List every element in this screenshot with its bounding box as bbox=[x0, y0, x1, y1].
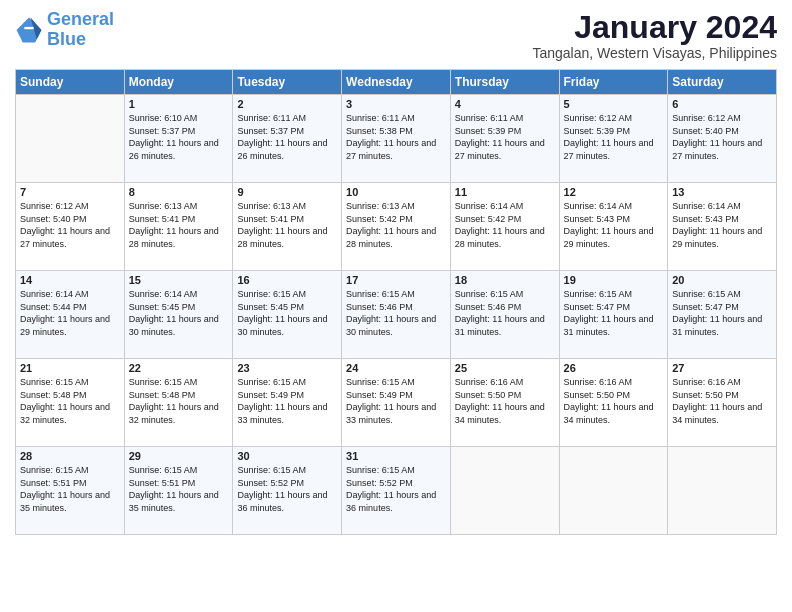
calendar-cell: 10 Sunrise: 6:13 AMSunset: 5:42 PMDaylig… bbox=[342, 183, 451, 271]
cell-detail: Sunrise: 6:15 AMSunset: 5:45 PMDaylight:… bbox=[237, 288, 337, 338]
cell-detail: Sunrise: 6:14 AMSunset: 5:45 PMDaylight:… bbox=[129, 288, 229, 338]
cell-detail: Sunrise: 6:14 AMSunset: 5:43 PMDaylight:… bbox=[564, 200, 664, 250]
calendar-cell: 17 Sunrise: 6:15 AMSunset: 5:46 PMDaylig… bbox=[342, 271, 451, 359]
calendar-cell: 1 Sunrise: 6:10 AMSunset: 5:37 PMDayligh… bbox=[124, 95, 233, 183]
calendar-cell: 12 Sunrise: 6:14 AMSunset: 5:43 PMDaylig… bbox=[559, 183, 668, 271]
calendar-cell: 25 Sunrise: 6:16 AMSunset: 5:50 PMDaylig… bbox=[450, 359, 559, 447]
logo-icon bbox=[15, 16, 43, 44]
cell-detail: Sunrise: 6:15 AMSunset: 5:48 PMDaylight:… bbox=[129, 376, 229, 426]
day-number: 26 bbox=[564, 362, 664, 374]
subtitle: Tangalan, Western Visayas, Philippines bbox=[532, 45, 777, 61]
cell-detail: Sunrise: 6:15 AMSunset: 5:47 PMDaylight:… bbox=[672, 288, 772, 338]
day-number: 17 bbox=[346, 274, 446, 286]
cell-detail: Sunrise: 6:16 AMSunset: 5:50 PMDaylight:… bbox=[564, 376, 664, 426]
day-number: 19 bbox=[564, 274, 664, 286]
cell-detail: Sunrise: 6:15 AMSunset: 5:51 PMDaylight:… bbox=[129, 464, 229, 514]
cell-detail: Sunrise: 6:15 AMSunset: 5:47 PMDaylight:… bbox=[564, 288, 664, 338]
calendar-cell: 9 Sunrise: 6:13 AMSunset: 5:41 PMDayligh… bbox=[233, 183, 342, 271]
day-number: 14 bbox=[20, 274, 120, 286]
day-number: 28 bbox=[20, 450, 120, 462]
calendar-week-row: 28 Sunrise: 6:15 AMSunset: 5:51 PMDaylig… bbox=[16, 447, 777, 535]
cell-detail: Sunrise: 6:10 AMSunset: 5:37 PMDaylight:… bbox=[129, 112, 229, 162]
cell-detail: Sunrise: 6:16 AMSunset: 5:50 PMDaylight:… bbox=[455, 376, 555, 426]
month-title: January 2024 bbox=[532, 10, 777, 45]
calendar-cell: 22 Sunrise: 6:15 AMSunset: 5:48 PMDaylig… bbox=[124, 359, 233, 447]
title-block: January 2024 Tangalan, Western Visayas, … bbox=[532, 10, 777, 61]
weekday-header: Friday bbox=[559, 70, 668, 95]
cell-detail: Sunrise: 6:15 AMSunset: 5:46 PMDaylight:… bbox=[346, 288, 446, 338]
day-number: 18 bbox=[455, 274, 555, 286]
calendar-cell: 13 Sunrise: 6:14 AMSunset: 5:43 PMDaylig… bbox=[668, 183, 777, 271]
calendar-cell: 5 Sunrise: 6:12 AMSunset: 5:39 PMDayligh… bbox=[559, 95, 668, 183]
cell-detail: Sunrise: 6:15 AMSunset: 5:46 PMDaylight:… bbox=[455, 288, 555, 338]
day-number: 10 bbox=[346, 186, 446, 198]
svg-rect-2 bbox=[24, 27, 33, 29]
calendar-cell: 28 Sunrise: 6:15 AMSunset: 5:51 PMDaylig… bbox=[16, 447, 125, 535]
calendar-cell: 7 Sunrise: 6:12 AMSunset: 5:40 PMDayligh… bbox=[16, 183, 125, 271]
page: General Blue January 2024 Tangalan, West… bbox=[0, 0, 792, 612]
cell-detail: Sunrise: 6:15 AMSunset: 5:49 PMDaylight:… bbox=[237, 376, 337, 426]
calendar-cell: 4 Sunrise: 6:11 AMSunset: 5:39 PMDayligh… bbox=[450, 95, 559, 183]
day-number: 22 bbox=[129, 362, 229, 374]
logo: General Blue bbox=[15, 10, 114, 50]
day-number: 25 bbox=[455, 362, 555, 374]
cell-detail: Sunrise: 6:13 AMSunset: 5:42 PMDaylight:… bbox=[346, 200, 446, 250]
day-number: 12 bbox=[564, 186, 664, 198]
calendar-cell: 6 Sunrise: 6:12 AMSunset: 5:40 PMDayligh… bbox=[668, 95, 777, 183]
calendar-cell bbox=[668, 447, 777, 535]
weekday-header: Thursday bbox=[450, 70, 559, 95]
cell-detail: Sunrise: 6:16 AMSunset: 5:50 PMDaylight:… bbox=[672, 376, 772, 426]
calendar-cell: 18 Sunrise: 6:15 AMSunset: 5:46 PMDaylig… bbox=[450, 271, 559, 359]
calendar-cell: 27 Sunrise: 6:16 AMSunset: 5:50 PMDaylig… bbox=[668, 359, 777, 447]
calendar-cell: 29 Sunrise: 6:15 AMSunset: 5:51 PMDaylig… bbox=[124, 447, 233, 535]
calendar-week-row: 7 Sunrise: 6:12 AMSunset: 5:40 PMDayligh… bbox=[16, 183, 777, 271]
calendar-cell bbox=[450, 447, 559, 535]
calendar-week-row: 21 Sunrise: 6:15 AMSunset: 5:48 PMDaylig… bbox=[16, 359, 777, 447]
cell-detail: Sunrise: 6:13 AMSunset: 5:41 PMDaylight:… bbox=[129, 200, 229, 250]
calendar-cell bbox=[559, 447, 668, 535]
calendar-header-row: SundayMondayTuesdayWednesdayThursdayFrid… bbox=[16, 70, 777, 95]
calendar-cell: 8 Sunrise: 6:13 AMSunset: 5:41 PMDayligh… bbox=[124, 183, 233, 271]
calendar-cell: 30 Sunrise: 6:15 AMSunset: 5:52 PMDaylig… bbox=[233, 447, 342, 535]
day-number: 30 bbox=[237, 450, 337, 462]
calendar-cell: 24 Sunrise: 6:15 AMSunset: 5:49 PMDaylig… bbox=[342, 359, 451, 447]
calendar-cell: 31 Sunrise: 6:15 AMSunset: 5:52 PMDaylig… bbox=[342, 447, 451, 535]
weekday-header: Wednesday bbox=[342, 70, 451, 95]
day-number: 1 bbox=[129, 98, 229, 110]
calendar-table: SundayMondayTuesdayWednesdayThursdayFrid… bbox=[15, 69, 777, 535]
day-number: 11 bbox=[455, 186, 555, 198]
cell-detail: Sunrise: 6:14 AMSunset: 5:43 PMDaylight:… bbox=[672, 200, 772, 250]
day-number: 21 bbox=[20, 362, 120, 374]
day-number: 8 bbox=[129, 186, 229, 198]
day-number: 6 bbox=[672, 98, 772, 110]
header: General Blue January 2024 Tangalan, West… bbox=[15, 10, 777, 61]
calendar-cell: 2 Sunrise: 6:11 AMSunset: 5:37 PMDayligh… bbox=[233, 95, 342, 183]
day-number: 3 bbox=[346, 98, 446, 110]
day-number: 24 bbox=[346, 362, 446, 374]
day-number: 31 bbox=[346, 450, 446, 462]
weekday-header: Tuesday bbox=[233, 70, 342, 95]
weekday-header: Sunday bbox=[16, 70, 125, 95]
cell-detail: Sunrise: 6:15 AMSunset: 5:48 PMDaylight:… bbox=[20, 376, 120, 426]
calendar-cell: 20 Sunrise: 6:15 AMSunset: 5:47 PMDaylig… bbox=[668, 271, 777, 359]
cell-detail: Sunrise: 6:15 AMSunset: 5:52 PMDaylight:… bbox=[237, 464, 337, 514]
logo-general: General bbox=[47, 9, 114, 29]
day-number: 27 bbox=[672, 362, 772, 374]
day-number: 29 bbox=[129, 450, 229, 462]
calendar-cell: 19 Sunrise: 6:15 AMSunset: 5:47 PMDaylig… bbox=[559, 271, 668, 359]
calendar-cell: 11 Sunrise: 6:14 AMSunset: 5:42 PMDaylig… bbox=[450, 183, 559, 271]
day-number: 23 bbox=[237, 362, 337, 374]
calendar-week-row: 14 Sunrise: 6:14 AMSunset: 5:44 PMDaylig… bbox=[16, 271, 777, 359]
calendar-cell: 14 Sunrise: 6:14 AMSunset: 5:44 PMDaylig… bbox=[16, 271, 125, 359]
calendar-cell: 3 Sunrise: 6:11 AMSunset: 5:38 PMDayligh… bbox=[342, 95, 451, 183]
cell-detail: Sunrise: 6:11 AMSunset: 5:39 PMDaylight:… bbox=[455, 112, 555, 162]
day-number: 16 bbox=[237, 274, 337, 286]
calendar-cell: 16 Sunrise: 6:15 AMSunset: 5:45 PMDaylig… bbox=[233, 271, 342, 359]
cell-detail: Sunrise: 6:15 AMSunset: 5:49 PMDaylight:… bbox=[346, 376, 446, 426]
calendar-week-row: 1 Sunrise: 6:10 AMSunset: 5:37 PMDayligh… bbox=[16, 95, 777, 183]
day-number: 5 bbox=[564, 98, 664, 110]
calendar-cell: 15 Sunrise: 6:14 AMSunset: 5:45 PMDaylig… bbox=[124, 271, 233, 359]
cell-detail: Sunrise: 6:14 AMSunset: 5:44 PMDaylight:… bbox=[20, 288, 120, 338]
cell-detail: Sunrise: 6:13 AMSunset: 5:41 PMDaylight:… bbox=[237, 200, 337, 250]
logo-text: General Blue bbox=[47, 10, 114, 50]
